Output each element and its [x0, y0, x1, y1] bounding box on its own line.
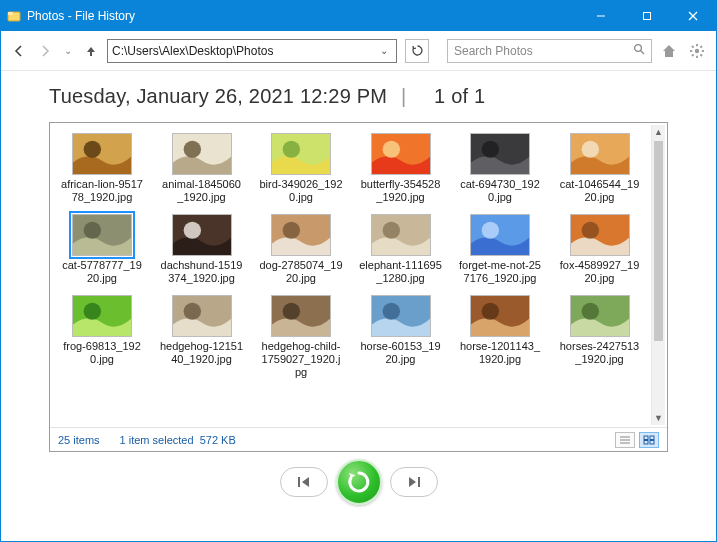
file-item[interactable]: fox-4589927_1920.jpg [558, 214, 642, 285]
file-item[interactable]: african-lion-951778_1920.jpg [60, 133, 144, 204]
file-name: frog-69813_1920.jpg [60, 340, 144, 366]
file-name: animal-1845060_1920.jpg [160, 178, 244, 204]
svg-line-15 [692, 54, 694, 56]
file-thumbnail [570, 295, 630, 337]
file-thumbnail [570, 214, 630, 256]
version-heading: Tuesday, January 26, 2021 12:29 PM | 1 o… [49, 85, 668, 108]
scrollbar-thumb[interactable] [654, 141, 663, 341]
file-item[interactable]: forget-me-not-257176_1920.jpg [458, 214, 542, 285]
address-dropdown-icon[interactable]: ⌄ [376, 45, 392, 56]
refresh-button[interactable] [405, 39, 429, 63]
file-name: cat-5778777_1920.jpg [60, 259, 144, 285]
svg-rect-56 [644, 436, 648, 440]
minimize-button[interactable] [578, 1, 624, 31]
file-thumbnail [271, 133, 331, 175]
file-history-window: Photos - File History ⌄ C:\Users\Alex\De… [0, 0, 717, 542]
svg-point-48 [382, 303, 399, 320]
svg-point-40 [581, 222, 598, 239]
file-item[interactable]: hedgehog-1215140_1920.jpg [160, 295, 244, 379]
scroll-down-button[interactable]: ▼ [652, 411, 665, 425]
forward-button[interactable] [35, 41, 55, 61]
file-item[interactable]: elephant-111695_1280.jpg [359, 214, 443, 285]
svg-rect-58 [644, 440, 648, 444]
file-thumbnail [72, 214, 132, 256]
file-item[interactable]: cat-1046544_1920.jpg [558, 133, 642, 204]
file-item[interactable]: horses-2427513_1920.jpg [558, 295, 642, 379]
svg-rect-59 [650, 440, 654, 444]
file-item[interactable]: horse-1201143_1920.jpg [458, 295, 542, 379]
svg-point-8 [695, 48, 699, 52]
svg-point-50 [482, 303, 499, 320]
thumbnails-view-button[interactable] [639, 432, 659, 448]
svg-rect-1 [8, 12, 13, 15]
file-thumbnail [72, 133, 132, 175]
svg-point-52 [581, 303, 598, 320]
svg-rect-3 [644, 13, 651, 20]
file-item[interactable]: bird-349026_1920.jpg [259, 133, 343, 204]
file-grid-wrap: african-lion-951778_1920.jpg animal-1845… [50, 123, 667, 427]
scroll-up-button[interactable]: ▲ [652, 125, 665, 139]
file-item[interactable]: frog-69813_1920.jpg [60, 295, 144, 379]
svg-point-36 [382, 222, 399, 239]
file-item[interactable]: dachshund-1519374_1920.jpg [160, 214, 244, 285]
svg-point-24 [382, 141, 399, 158]
next-version-button[interactable] [390, 467, 438, 497]
address-bar[interactable]: C:\Users\Alex\Desktop\Photos ⌄ [107, 39, 397, 63]
svg-point-18 [84, 141, 101, 158]
file-name: cat-1046544_1920.jpg [558, 178, 642, 204]
svg-rect-60 [298, 477, 300, 487]
svg-line-7 [641, 51, 644, 54]
file-item[interactable]: butterfly-354528_1920.jpg [359, 133, 443, 204]
svg-point-28 [581, 141, 598, 158]
previous-version-button[interactable] [280, 467, 328, 497]
svg-point-38 [482, 222, 499, 239]
file-name: dog-2785074_1920.jpg [259, 259, 343, 285]
content-area: Tuesday, January 26, 2021 12:29 PM | 1 o… [1, 71, 716, 541]
file-name: horse-1201143_1920.jpg [458, 340, 542, 366]
file-name: horses-2427513_1920.jpg [558, 340, 642, 366]
file-item[interactable]: horse-60153_1920.jpg [359, 295, 443, 379]
file-name: african-lion-951778_1920.jpg [60, 178, 144, 204]
back-button[interactable] [9, 41, 29, 61]
playback-controls [49, 452, 668, 512]
settings-button[interactable] [686, 40, 708, 62]
svg-rect-61 [418, 477, 420, 487]
details-view-button[interactable] [615, 432, 635, 448]
svg-line-16 [700, 46, 702, 48]
file-grid: african-lion-951778_1920.jpg animal-1845… [50, 123, 651, 427]
svg-line-14 [700, 54, 702, 56]
search-box[interactable]: Search Photos [447, 39, 652, 63]
file-name: elephant-111695_1280.jpg [359, 259, 443, 285]
file-thumbnail [470, 133, 530, 175]
file-item[interactable]: hedgehog-child-1759027_1920.jpg [259, 295, 343, 379]
file-name: bird-349026_1920.jpg [259, 178, 343, 204]
file-thumbnail [570, 133, 630, 175]
file-item[interactable]: cat-5778777_1920.jpg [60, 214, 144, 285]
svg-point-46 [283, 303, 300, 320]
maximize-button[interactable] [624, 1, 670, 31]
address-text: C:\Users\Alex\Desktop\Photos [112, 44, 376, 58]
file-name: horse-60153_1920.jpg [359, 340, 443, 366]
file-item[interactable]: animal-1845060_1920.jpg [160, 133, 244, 204]
window-title: Photos - File History [27, 9, 135, 23]
status-count: 25 items [58, 434, 100, 446]
svg-point-44 [183, 303, 200, 320]
file-item[interactable]: cat-694730_1920.jpg [458, 133, 542, 204]
up-button[interactable] [81, 41, 101, 61]
file-thumbnail [172, 295, 232, 337]
version-page-indicator: 1 of 1 [434, 85, 485, 107]
file-item[interactable]: dog-2785074_1920.jpg [259, 214, 343, 285]
restore-button[interactable] [336, 459, 382, 505]
status-bar: 25 items 1 item selected 572 KB [50, 427, 667, 451]
svg-point-30 [84, 222, 101, 239]
svg-point-34 [283, 222, 300, 239]
home-button[interactable] [658, 40, 680, 62]
history-dropdown[interactable]: ⌄ [61, 41, 75, 61]
close-button[interactable] [670, 1, 716, 31]
svg-point-32 [183, 222, 200, 239]
file-thumbnail [371, 295, 431, 337]
scrollbar[interactable]: ▲ ▼ [651, 125, 665, 425]
file-name: dachshund-1519374_1920.jpg [160, 259, 244, 285]
svg-point-6 [635, 45, 642, 52]
file-thumbnail [271, 295, 331, 337]
